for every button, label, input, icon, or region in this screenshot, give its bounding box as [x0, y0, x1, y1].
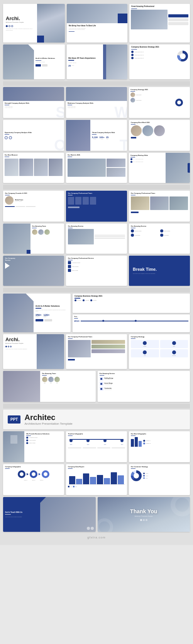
pro-service-title: Our Company Professional Service	[68, 257, 125, 259]
team-member-2	[38, 229, 44, 235]
moment-bar	[5, 157, 9, 157]
team-blue-bar	[68, 195, 73, 196]
at2-m2	[48, 377, 54, 382]
tl-desc-1	[68, 448, 81, 448]
row-10: Archi. Architecture Presentation Templat…	[3, 334, 190, 369]
slide-threat: Threat Company Analysis Slide 5,100 Proj…	[66, 120, 127, 151]
exp-title: We Have 25 Years Experience	[68, 57, 102, 60]
provide-icon-2	[26, 439, 28, 441]
cust-legend-label-1: 75.6%	[146, 473, 148, 474]
cover-slide: Archi. Architecture Presentation Templat…	[3, 4, 65, 43]
exp-desc2: Building	[73, 62, 76, 64]
pro-svc-icon-1	[68, 261, 71, 264]
slide-co-service-2: Our Amazing Service Building Design Lore…	[98, 371, 190, 402]
team-ph-1	[131, 196, 149, 210]
brand-name: Architec	[24, 413, 72, 421]
founder-bar	[5, 195, 10, 196]
data-report-bar	[68, 468, 73, 469]
bi-legend-1	[143, 440, 145, 442]
service-2-bar	[131, 228, 135, 229]
row-2: Archi Is A Better Solutions Lorem ipsum …	[3, 44, 190, 79]
timeline-dot-2	[135, 320, 137, 322]
brand-subtitle: Architecture Presentation Template	[24, 422, 72, 425]
slide-opportunity: Opportunity Company Analysis Slide ✓ ✓ O	[3, 120, 64, 151]
timeline-title: Timeline Infographic	[68, 433, 125, 435]
gfxtra-watermark: gfxtra.com	[3, 534, 190, 541]
bi-legend-2	[143, 442, 145, 444]
slide-founder: Our Company Founder & CEO Michael Foster…	[3, 191, 64, 222]
work-title: Our Work In 2021	[68, 154, 125, 156]
co-infographic-bar	[5, 468, 10, 469]
dot-1	[6, 25, 8, 27]
team-member-1	[32, 229, 37, 235]
bar-6	[104, 478, 110, 484]
chart-legend-2	[73, 486, 74, 487]
archi2-dot-1	[5, 346, 7, 347]
slide-team-3: Our Company Professional Team	[66, 334, 127, 369]
stat-2-num: 120+	[44, 314, 50, 316]
biz-icon-1	[74, 299, 76, 301]
touch-triangle	[40, 497, 46, 503]
stat-1-num: 350+	[36, 314, 42, 316]
team-card-4	[90, 197, 96, 205]
slide-moment: Our Best Moment	[3, 153, 64, 183]
archi-btn-1[interactable]	[36, 319, 43, 321]
slide-service-1: Our Amazing Service	[66, 224, 127, 254]
better-title: Archi Is A Better Solutions	[36, 57, 63, 59]
row-14: Get In Touch With Us Lorem ipsum dolor s…	[3, 497, 190, 532]
slide-mockup: Company Mockup Slide 01. Lorem ipsum dol…	[129, 153, 190, 183]
service-1-img	[68, 229, 94, 244]
ci-circle-1	[18, 470, 25, 478]
cover-title: Archi.	[6, 15, 34, 21]
slide-company-strat-2: Company Strategy Design Build Plan	[129, 334, 190, 369]
timeline-partial-title: Tim...	[74, 316, 188, 318]
slide-amazing-team: Our Amazing Team	[3, 224, 64, 254]
team-btn	[68, 207, 80, 208]
at2-m3	[54, 377, 60, 382]
team-card-2	[75, 197, 81, 205]
strategy-icon-2	[131, 54, 134, 56]
archi-better-lg-desc: Lorem ipsum dolor sit amet consectetur a…	[36, 309, 69, 312]
slide-team-photos: Our Company Professional Team	[129, 191, 190, 222]
best-work-title: Company Best Work 2021	[131, 121, 188, 123]
founder-role: CEO & Founder	[15, 201, 23, 202]
infographic-circle-1	[131, 439, 134, 447]
cust-legend-label-2: 15.2%	[146, 475, 148, 477]
row-6: Our Company Founder & CEO Michael Foster…	[3, 191, 190, 222]
work-bar	[68, 157, 72, 157]
page-wrapper: Archi. Architecture Presentation Templat…	[0, 0, 193, 545]
chart-legend-1	[68, 486, 69, 487]
archi-better-lg-bar	[36, 308, 41, 309]
slide-thankyou: Thank You Architecture Presentation Temp…	[98, 497, 190, 532]
cover-subtitle: Architecture Presentation Template	[6, 22, 34, 23]
work-img-big	[68, 159, 106, 177]
ideas-title: We Bring Your Ideas To Best Life	[69, 25, 125, 27]
opp-title: Opportunity Company Analysis Slide	[5, 132, 63, 133]
slide-timeline: Timeline Infographic 2018 2019	[66, 431, 127, 462]
thankyou-desc: Architecture Presentation Template	[135, 516, 153, 517]
amazing-team-accent	[27, 250, 30, 254]
slide-service-2: Our Amazing Service Building Design Inte…	[129, 224, 190, 254]
amazing-team2-bar	[42, 375, 47, 376]
brand-info: Architec Architecture Presentation Templ…	[24, 413, 72, 425]
ty-dot-3	[146, 519, 147, 521]
co-strat-circle-2	[172, 341, 176, 345]
founder-avatar	[5, 196, 14, 205]
break-title: Break Time.	[133, 267, 157, 272]
row-7: Our Amazing Team Our Amazing Service	[3, 224, 190, 254]
mockup-bar	[130, 157, 135, 158]
amazing-team-img	[3, 224, 30, 254]
archi-btn-2[interactable]	[44, 319, 52, 321]
timeline-dot-1	[102, 320, 104, 322]
row-11: Our Amazing Team CEO CTO C	[3, 371, 190, 402]
tl-circle-1	[69, 439, 73, 442]
best-work-btn	[131, 137, 136, 138]
separator-4	[3, 404, 190, 408]
co-infographic-title: Company Infographic	[5, 466, 62, 468]
amazing-team2-bg	[3, 371, 40, 402]
archi2-dot-3	[10, 346, 12, 347]
prof-title: Great Amazing Professional	[131, 5, 188, 8]
amazing-team-bar	[32, 228, 37, 229]
moment-img-2	[19, 159, 33, 176]
service-1-line-3	[95, 238, 125, 239]
